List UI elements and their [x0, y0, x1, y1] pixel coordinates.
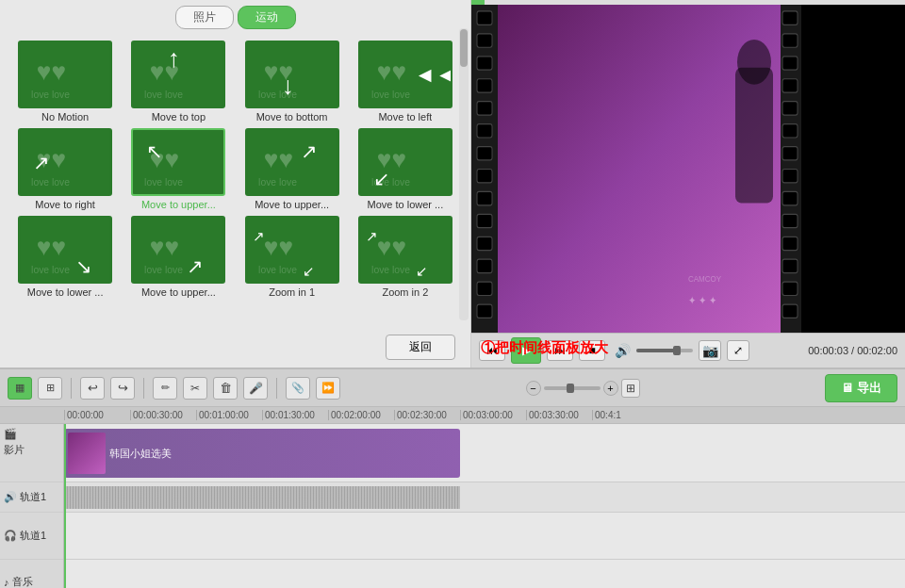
motion-item-move-bottom[interactable]: ♥♥love love↓ Move to bottom: [239, 41, 346, 122]
tab-motion[interactable]: 运动: [238, 6, 296, 29]
svg-rect-53: [477, 57, 492, 70]
svg-rect-71: [782, 11, 798, 24]
back-button[interactable]: 返回: [386, 335, 455, 360]
scrollbar-thumb[interactable]: [460, 29, 468, 67]
volume-slider[interactable]: [636, 349, 693, 352]
tab-photos[interactable]: 照片: [175, 6, 234, 29]
volume-icon: 🔊: [615, 343, 631, 358]
music-label: 音乐: [12, 575, 33, 588]
edit-button[interactable]: ✏: [153, 377, 177, 400]
voice-button[interactable]: 🎤: [243, 377, 268, 400]
svg-rect-81: [782, 237, 798, 250]
ruler-marks: 00:00:00 00:00:30:00 00:01:00:00 00:01:3…: [64, 410, 658, 420]
motion-label-zoom-in-1: Zoom in 1: [269, 286, 315, 298]
motion-item-move-upper-left[interactable]: ♥♥love love↖ Move to upper...: [124, 128, 232, 210]
video-label: 影片: [4, 443, 25, 457]
svg-text:↗: ↗: [366, 228, 378, 244]
audio1-icon: 🔊: [4, 491, 17, 503]
svg-rect-72: [782, 34, 798, 47]
ruler-mark-8: 00:4:1: [592, 410, 658, 420]
ruler-mark-0: 00:00:00: [64, 410, 130, 420]
motion-item-move-upper-right[interactable]: ♥♥love love↗ Move to upper...: [239, 128, 346, 210]
svg-text:♥♥: ♥♥: [37, 233, 66, 261]
ruler-mark-7: 00:03:30:00: [526, 410, 592, 420]
zoom-slider[interactable]: [544, 386, 601, 390]
svg-text:love love: love love: [258, 265, 297, 275]
delete-button[interactable]: 🗑: [213, 377, 238, 400]
speed-btn[interactable]: ⏩: [316, 377, 340, 400]
svg-rect-74: [782, 79, 798, 92]
svg-text:♥♥: ♥♥: [377, 57, 406, 86]
cut-button[interactable]: ✂: [183, 377, 207, 400]
motion-item-no-motion[interactable]: ♥♥love love No Motion: [11, 41, 119, 122]
svg-text:love love: love love: [371, 265, 410, 275]
svg-rect-85: [801, 0, 905, 333]
motion-label-no-motion: No Motion: [41, 111, 89, 122]
svg-rect-62: [477, 259, 492, 272]
svg-text:♥♥: ♥♥: [263, 145, 292, 173]
motion-label-zoom-in-2: Zoom in 2: [382, 286, 428, 298]
svg-text:CAMCOY: CAMCOY: [688, 273, 721, 284]
zoom-out-button[interactable]: −: [526, 381, 541, 396]
svg-rect-58: [477, 169, 492, 182]
scrollbar[interactable]: [459, 28, 469, 320]
svg-text:↙: ↙: [416, 263, 428, 279]
svg-rect-54: [477, 79, 492, 92]
video-clip[interactable]: 韩国小姐选美: [64, 429, 460, 478]
svg-rect-66: [735, 68, 773, 204]
storyboard-btn[interactable]: ⊞: [38, 377, 62, 400]
svg-text:♥♥: ♥♥: [377, 233, 406, 261]
motion-item-zoom-in-2[interactable]: ♥♥love love↗↙ Zoom in 2: [352, 216, 459, 298]
video-preview: ✦ ✦ ✦ CAMCOY: [471, 0, 905, 333]
motion-label-move-top: Move to top: [152, 111, 206, 122]
svg-text:love love: love love: [371, 90, 410, 100]
ruler-mark-6: 00:03:00:00: [460, 410, 526, 420]
expand-button[interactable]: ⤢: [727, 340, 749, 361]
undo-button[interactable]: ↩: [80, 377, 105, 400]
screenshot-button[interactable]: 📷: [699, 340, 721, 361]
track-labels: 🎬 影片 🔊 轨道1 🎧 轨道1 ♪ 音乐: [0, 424, 64, 588]
svg-rect-77: [782, 147, 798, 160]
svg-rect-63: [477, 282, 492, 295]
ruler-mark-5: 00:02:30:00: [394, 410, 460, 420]
svg-rect-76: [782, 124, 798, 138]
svg-rect-84: [782, 304, 798, 318]
motion-grid: ♥♥love love No Motion ♥♥love love↑ Move …: [0, 35, 470, 303]
motion-item-move-right[interactable]: ♥♥love love↗ Move to right: [11, 128, 119, 210]
svg-text:love love: love love: [258, 177, 297, 188]
motion-panel: 照片 运动 ♥♥love love No Motion ♥♥love love↑…: [0, 0, 471, 368]
svg-rect-73: [782, 57, 798, 70]
svg-rect-59: [477, 191, 492, 204]
detach-audio-btn[interactable]: 📎: [286, 377, 310, 400]
motion-item-move-lower-right[interactable]: ♥♥love love↘ Move to lower ...: [11, 216, 119, 298]
zoom-in-button[interactable]: +: [603, 381, 618, 396]
music-track: [64, 560, 905, 588]
motion-label-move-right: Move to right: [35, 199, 95, 210]
svg-rect-57: [477, 147, 492, 160]
motion-item-move-lower-left[interactable]: ♥♥love love↙ Move to lower ...: [352, 128, 459, 210]
svg-rect-60: [477, 214, 492, 227]
track-label-video: 🎬 影片: [0, 424, 63, 482]
motion-item-move-top[interactable]: ♥♥love love↑ Move to top: [124, 41, 232, 122]
fit-button[interactable]: ⊞: [621, 379, 640, 398]
svg-rect-55: [477, 102, 492, 115]
timeline-view-btn[interactable]: ▦: [8, 377, 32, 400]
headphone-icon: 🎧: [4, 530, 17, 542]
motion-label-move-left: Move to left: [378, 111, 432, 122]
toolbar-separator-1: [71, 378, 72, 399]
svg-rect-75: [782, 102, 798, 115]
track-label-audio1: 🔊 轨道1: [0, 482, 63, 513]
svg-text:↓: ↓: [281, 72, 293, 100]
svg-rect-56: [477, 124, 492, 138]
redo-button[interactable]: ↪: [110, 377, 135, 400]
motion-item-move-upper-2[interactable]: ♥♥love love↗ Move to upper...: [124, 216, 232, 298]
export-button[interactable]: 🖥 导出: [825, 374, 897, 402]
ruler-mark-2: 00:01:00:00: [196, 410, 262, 420]
motion-item-move-left[interactable]: ♥♥love love◄◄ Move to left: [352, 41, 459, 122]
svg-text:↑: ↑: [168, 44, 180, 73]
motion-item-zoom-in-1[interactable]: ♥♥love love↗↙ Zoom in 1: [239, 216, 346, 298]
toolbar-separator-2: [143, 378, 144, 399]
svg-text:love love: love love: [144, 265, 183, 275]
toolbar-separator-3: [276, 378, 277, 399]
timeline-area: 🎬 影片 🔊 轨道1 🎧 轨道1 ♪ 音乐 韩国小姐选美: [0, 424, 905, 588]
